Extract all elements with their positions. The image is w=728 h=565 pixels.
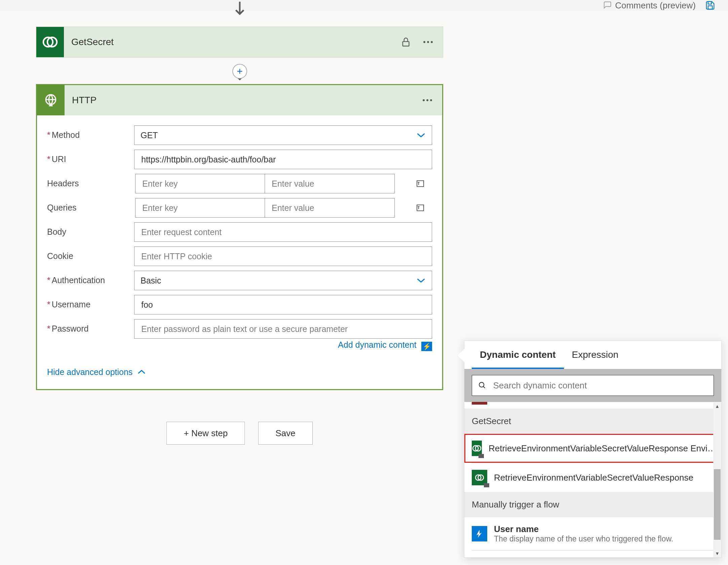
search-icon xyxy=(478,381,486,390)
scroll-down-icon[interactable]: ▾ xyxy=(713,549,721,557)
dataverse-icon xyxy=(472,470,487,485)
flow-arrow-icon xyxy=(233,3,246,17)
hide-advanced-options-toggle[interactable]: Hide advanced options xyxy=(47,367,432,377)
dyn-item-title: User name xyxy=(494,524,714,534)
svg-line-24 xyxy=(483,386,485,388)
chevron-down-icon xyxy=(416,276,426,286)
lock-icon xyxy=(400,36,412,48)
dyn-item-title: RetrieveEnvironmentVariableSecretValueRe… xyxy=(489,443,716,454)
dynamic-content-panel: Dynamic content Expression GetSecret Ret… xyxy=(464,340,722,558)
svg-rect-0 xyxy=(708,2,712,4)
flow-trigger-icon xyxy=(472,526,487,541)
dynamic-search-input[interactable] xyxy=(492,380,707,391)
comments-button[interactable]: Comments (preview) xyxy=(602,0,696,11)
dyn-item-retrieve-env-secret[interactable]: RetrieveEnvironmentVariableSecretValueRe… xyxy=(464,463,721,492)
queries-key-input[interactable] xyxy=(142,203,259,213)
http-icon xyxy=(37,85,65,115)
svg-point-8 xyxy=(431,41,433,43)
svg-point-16 xyxy=(430,99,432,101)
panel-caret-icon xyxy=(458,349,464,362)
dataverse-icon xyxy=(36,27,64,57)
method-value: GET xyxy=(141,130,158,140)
queries-value-input[interactable] xyxy=(271,203,388,213)
uri-input-wrap[interactable] xyxy=(134,150,432,169)
insert-step-button[interactable] xyxy=(232,64,247,79)
comments-label: Comments (preview) xyxy=(615,0,696,11)
save-icon xyxy=(705,0,715,10)
pass-label: Password xyxy=(52,324,89,333)
dyn-item-retrieve-env-secret-envi[interactable]: RetrieveEnvironmentVariableSecretValueRe… xyxy=(464,434,721,463)
action-card-getsecret[interactable]: GetSecret xyxy=(36,27,443,58)
dyn-item-subtitle: The display name of the user who trigger… xyxy=(494,534,714,543)
auth-label: Authentication xyxy=(52,275,105,285)
headers-key-input[interactable] xyxy=(142,179,259,189)
getsecret-title: GetSecret xyxy=(64,37,400,47)
switch-to-text-mode-button[interactable] xyxy=(414,202,426,214)
dyn-item-title: RetrieveEnvironmentVariableSecretValueRe… xyxy=(494,473,714,483)
dyn-scrollbar[interactable]: ▴ ▾ xyxy=(713,402,721,557)
uri-input[interactable] xyxy=(141,154,426,165)
password-input[interactable] xyxy=(141,324,426,334)
dyn-section-getsecret: GetSecret xyxy=(464,409,721,434)
svg-rect-17 xyxy=(417,181,424,187)
svg-point-7 xyxy=(427,41,429,43)
chevron-down-icon xyxy=(416,130,426,140)
http-title: HTTP xyxy=(65,95,421,106)
user-label: Username xyxy=(52,300,90,309)
headers-value-input[interactable] xyxy=(271,179,388,189)
scroll-thumb[interactable] xyxy=(714,469,721,540)
svg-rect-20 xyxy=(417,205,424,211)
hide-adv-label: Hide advanced options xyxy=(47,367,132,377)
auth-value: Basic xyxy=(141,276,161,286)
action-card-http: HTTP *Method GET *URI xyxy=(36,84,443,390)
tab-expression[interactable]: Expression xyxy=(564,341,627,369)
new-step-button[interactable]: + New step xyxy=(166,422,245,445)
uri-label: URI xyxy=(52,154,66,164)
scroll-up-icon[interactable]: ▴ xyxy=(713,402,721,410)
username-input[interactable] xyxy=(141,300,426,310)
dynamic-search-wrap[interactable] xyxy=(472,375,714,396)
switch-to-text-mode-button[interactable] xyxy=(414,178,426,190)
save-button[interactable]: Save xyxy=(258,422,312,445)
auth-select[interactable]: Basic xyxy=(134,271,432,290)
body-label: Body xyxy=(47,227,66,236)
card-menu-button[interactable] xyxy=(422,36,434,48)
cookie-input[interactable] xyxy=(141,251,426,262)
queries-label: Queries xyxy=(47,203,77,212)
svg-point-23 xyxy=(479,382,484,387)
svg-point-15 xyxy=(426,99,428,101)
cookie-label: Cookie xyxy=(47,251,73,261)
dataverse-icon xyxy=(472,441,482,456)
svg-rect-5 xyxy=(403,42,409,46)
prev-section-stub-icon xyxy=(472,402,487,405)
dyn-item-user-name[interactable]: User name The display name of the user w… xyxy=(464,517,721,550)
svg-point-6 xyxy=(423,41,425,43)
svg-point-14 xyxy=(423,99,425,101)
tab-dynamic-content[interactable]: Dynamic content xyxy=(472,341,564,369)
dyn-section-manual: Manually trigger a flow xyxy=(464,492,721,517)
body-input[interactable] xyxy=(141,227,426,237)
add-dynamic-content-link[interactable]: Add dynamic content xyxy=(338,340,416,349)
dynamic-content-icon[interactable]: ⚡ xyxy=(421,342,432,351)
card-menu-button[interactable] xyxy=(421,94,433,106)
method-label: Method xyxy=(52,130,80,140)
comment-icon xyxy=(602,1,612,10)
headers-label: Headers xyxy=(47,179,79,188)
chevron-up-icon xyxy=(137,369,146,375)
svg-rect-1 xyxy=(708,6,713,9)
save-icon-button[interactable] xyxy=(705,0,715,10)
method-select[interactable]: GET xyxy=(134,125,432,145)
